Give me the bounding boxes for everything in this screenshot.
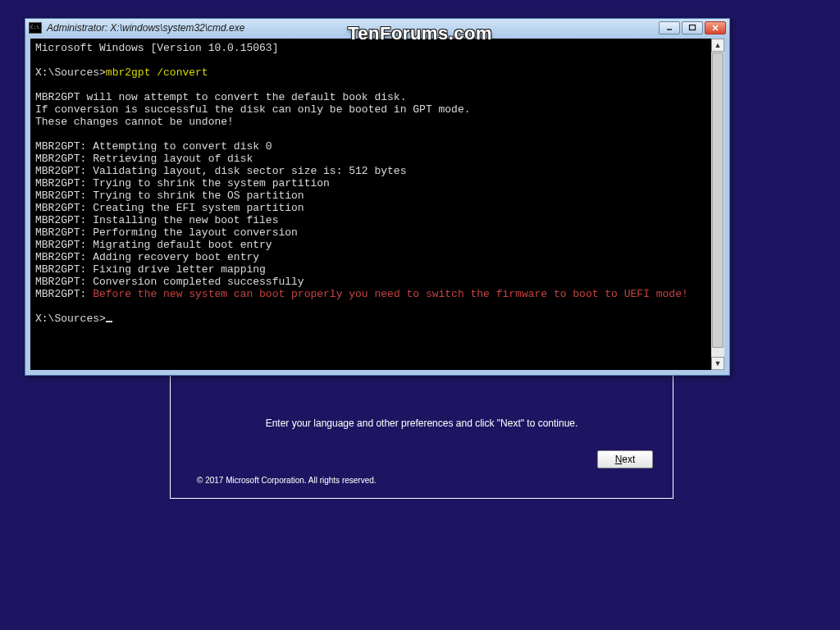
version-line: Microsoft Windows [Version 10.0.15063]	[35, 42, 278, 54]
prompt-2: X:\Sources>	[35, 313, 106, 325]
minimize-button[interactable]	[659, 21, 680, 34]
scroll-down-button[interactable]: ▼	[711, 357, 724, 370]
warn-message: Before the new system can boot properly …	[93, 288, 688, 300]
warn-prefix: MBR2GPT:	[35, 288, 93, 300]
scroll-thumb[interactable]	[712, 52, 724, 348]
prompt-1: X:\Sources>	[35, 66, 106, 79]
window-title: Administrator: X:\windows\system32\cmd.e…	[47, 22, 659, 34]
scrollbar[interactable]: ▲ ▼	[711, 39, 724, 370]
maximize-button[interactable]	[682, 21, 703, 34]
windows-setup-panel: Enter your language and other preference…	[170, 374, 673, 499]
window-buttons	[659, 21, 726, 34]
setup-instruction: Enter your language and other preference…	[174, 418, 669, 429]
setup-inner: Enter your language and other preference…	[174, 378, 669, 495]
scroll-up-button[interactable]: ▲	[711, 39, 724, 52]
cursor	[106, 321, 112, 322]
console-output[interactable]: Microsoft Windows [Version 10.0.15063] X…	[30, 39, 724, 370]
copyright-text: © 2017 Microsoft Corporation. All rights…	[197, 476, 377, 485]
cmd-icon	[29, 22, 42, 34]
output-body: MBR2GPT will now attempt to convert the …	[35, 91, 471, 288]
close-button[interactable]	[705, 21, 726, 34]
titlebar[interactable]: Administrator: X:\windows\system32\cmd.e…	[25, 19, 729, 37]
typed-command: mbr2gpt /convert	[106, 66, 208, 79]
cmd-window: Administrator: X:\windows\system32\cmd.e…	[25, 18, 730, 376]
svg-rect-1	[690, 25, 696, 30]
next-button[interactable]: Next	[597, 450, 653, 468]
